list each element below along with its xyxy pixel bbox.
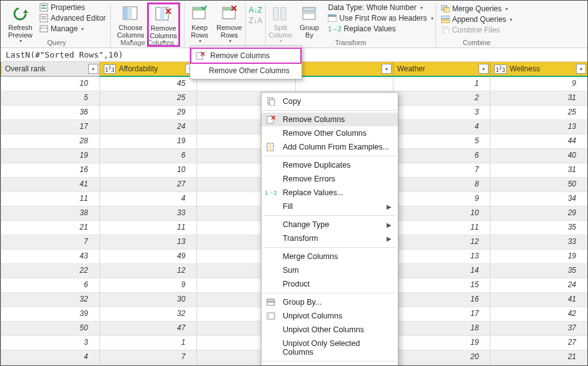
- cell[interactable]: 41: [490, 293, 587, 307]
- cell[interactable]: 33: [490, 235, 587, 250]
- manage-button[interactable]: Manage: [38, 24, 108, 34]
- filter-button[interactable]: ▾: [576, 64, 586, 74]
- cell[interactable]: 19: [490, 250, 587, 264]
- replace-values-button[interactable]: 1→2 Replace Values: [326, 24, 435, 34]
- sort-desc-button[interactable]: Z↓A: [247, 16, 264, 26]
- cell[interactable]: 36: [1, 106, 99, 120]
- remove-rows-button[interactable]: Remove Rows: [214, 3, 245, 46]
- cell[interactable]: 28: [1, 135, 99, 149]
- group-by-button[interactable]: Group By: [295, 3, 323, 40]
- cell[interactable]: 41: [1, 178, 99, 192]
- cell[interactable]: 27: [490, 336, 587, 350]
- cell[interactable]: 22: [1, 264, 99, 278]
- cell[interactable]: 42: [490, 307, 587, 322]
- cell[interactable]: 17: [1, 120, 99, 135]
- cell[interactable]: 11: [1, 192, 99, 206]
- menu-sum[interactable]: Sum: [261, 263, 398, 277]
- cell[interactable]: 50: [1, 322, 99, 336]
- menu-replace-values[interactable]: 1→2 Replace Values...: [261, 186, 398, 200]
- menu-remove-other[interactable]: Remove Other Columns: [261, 126, 398, 140]
- cell[interactable]: 32: [99, 307, 197, 322]
- column-header[interactable]: 123Wellness▾: [490, 62, 587, 77]
- cell[interactable]: 25: [99, 91, 197, 106]
- menu-copy[interactable]: Copy: [261, 94, 398, 108]
- cell[interactable]: 2: [393, 91, 490, 106]
- cell[interactable]: 18: [393, 322, 490, 336]
- cell[interactable]: 7: [393, 163, 490, 178]
- first-row-headers-button[interactable]: Use First Row as Headers: [326, 13, 435, 23]
- cell[interactable]: 12: [393, 235, 490, 250]
- cell[interactable]: 32: [1, 293, 99, 307]
- cell[interactable]: 37: [490, 322, 587, 336]
- cell[interactable]: 49: [99, 250, 197, 264]
- cell[interactable]: 31: [490, 163, 587, 178]
- menu-fill[interactable]: Fill ▶: [261, 200, 398, 213]
- cell[interactable]: [295, 77, 393, 91]
- properties-button[interactable]: Properties: [38, 3, 108, 13]
- cell[interactable]: 24: [490, 278, 587, 293]
- cell[interactable]: 6: [1, 278, 99, 293]
- menu-remove-errors[interactable]: Remove Errors: [261, 172, 398, 186]
- cell[interactable]: 30: [99, 293, 197, 307]
- cell[interactable]: 3: [393, 106, 490, 120]
- cell[interactable]: 19: [1, 149, 99, 163]
- cell[interactable]: 29: [490, 206, 587, 221]
- cell[interactable]: 29: [99, 106, 197, 120]
- filter-button[interactable]: ▾: [479, 64, 489, 74]
- append-queries-button[interactable]: Append Queries: [439, 14, 515, 24]
- menu-unpivot-other[interactable]: Unpivot Other Columns: [261, 323, 398, 337]
- cell[interactable]: 27: [99, 178, 197, 192]
- cell[interactable]: 13: [490, 120, 587, 135]
- cell[interactable]: 8: [393, 178, 490, 192]
- menu-add-from-examples[interactable]: Add Column From Examples...: [261, 140, 398, 154]
- cell[interactable]: 20: [393, 350, 490, 365]
- cell[interactable]: 12: [99, 264, 197, 278]
- menu-move[interactable]: Move ▶: [261, 363, 398, 366]
- cell[interactable]: 21: [1, 221, 99, 235]
- cell[interactable]: 25: [490, 106, 587, 120]
- menu-merge-columns[interactable]: Merge Columns: [261, 250, 398, 263]
- filter-button[interactable]: ▾: [88, 64, 98, 74]
- column-header[interactable]: Weather▾: [393, 62, 490, 77]
- cell[interactable]: 7: [1, 235, 99, 250]
- cell[interactable]: 9: [99, 278, 197, 293]
- cell[interactable]: 10: [99, 163, 197, 178]
- column-header[interactable]: 123Affordability▾: [99, 62, 197, 77]
- cell[interactable]: 4: [393, 120, 490, 135]
- cell[interactable]: 24: [99, 120, 197, 135]
- cell[interactable]: 38: [1, 206, 99, 221]
- remove-columns-menuitem[interactable]: Remove Columns: [190, 48, 302, 64]
- menu-transform[interactable]: Transform ▶: [261, 231, 398, 245]
- cell[interactable]: 16: [1, 163, 99, 178]
- advanced-editor-button[interactable]: Advanced Editor: [38, 13, 108, 23]
- cell[interactable]: 34: [490, 192, 587, 206]
- cell[interactable]: 19: [99, 135, 197, 149]
- cell[interactable]: 9: [393, 192, 490, 206]
- cell[interactable]: 31: [490, 91, 587, 106]
- keep-rows-button[interactable]: Keep Rows: [185, 3, 214, 46]
- cell[interactable]: 45: [99, 77, 197, 91]
- merge-queries-button[interactable]: Merge Queries: [439, 4, 515, 14]
- cell[interactable]: 16: [393, 293, 490, 307]
- remove-other-columns-menuitem[interactable]: Remove Other Columns: [190, 64, 302, 78]
- cell[interactable]: 40: [490, 149, 587, 163]
- cell[interactable]: 11: [393, 221, 490, 235]
- cell[interactable]: 13: [393, 250, 490, 264]
- column-header[interactable]: Overall rank▾: [1, 62, 99, 77]
- cell[interactable]: 4: [1, 350, 99, 365]
- menu-remove-duplicates[interactable]: Remove Duplicates: [261, 158, 398, 172]
- cell[interactable]: 19: [393, 336, 490, 350]
- cell[interactable]: 43: [1, 250, 99, 264]
- combine-files-button[interactable]: Combine Files: [439, 25, 515, 35]
- filter-button[interactable]: ▾: [382, 64, 392, 74]
- cell[interactable]: 47: [99, 322, 197, 336]
- cell[interactable]: 10: [1, 77, 99, 91]
- cell[interactable]: 13: [99, 235, 197, 250]
- cell[interactable]: 50: [490, 178, 587, 192]
- cell[interactable]: 9: [490, 77, 587, 91]
- menu-group-by[interactable]: Group By...: [261, 295, 398, 309]
- cell[interactable]: 6: [99, 149, 197, 163]
- column-header[interactable]: ▾: [295, 62, 393, 77]
- cell[interactable]: 5: [393, 135, 490, 149]
- cell[interactable]: 39: [1, 307, 99, 322]
